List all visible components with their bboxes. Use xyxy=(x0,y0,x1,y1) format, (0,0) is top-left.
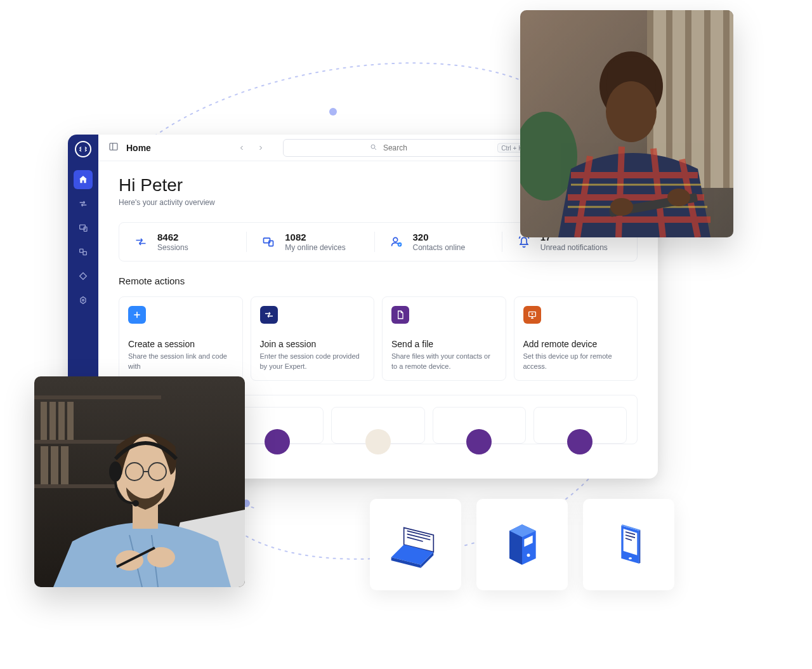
device-tile-phone[interactable] xyxy=(583,499,674,590)
svg-rect-2 xyxy=(80,249,83,252)
contact-card[interactable] xyxy=(433,407,526,444)
svg-point-45 xyxy=(610,198,633,216)
stat-devices[interactable]: 1082 My online devices xyxy=(246,232,374,252)
avatar xyxy=(466,429,492,454)
nav-back-button[interactable] xyxy=(235,141,249,155)
file-icon xyxy=(391,306,409,324)
stat-contacts[interactable]: 320 Contacts online xyxy=(374,232,502,252)
svg-rect-57 xyxy=(61,446,69,484)
svg-line-9 xyxy=(374,148,376,150)
svg-rect-56 xyxy=(51,446,58,484)
stat-value: 1082 xyxy=(285,232,345,243)
svg-rect-51 xyxy=(41,402,47,440)
card-desc: Share the session link and code with xyxy=(128,352,233,371)
svg-rect-54 xyxy=(67,402,74,440)
card-desc: Set this device up for remote access. xyxy=(523,352,629,371)
sidebar-item-settings[interactable] xyxy=(74,291,93,310)
device-tiles xyxy=(370,499,674,590)
card-join-session[interactable]: Join a session Enter the session code pr… xyxy=(251,296,375,381)
devices-icon xyxy=(259,233,277,251)
stat-label: Unread notifications xyxy=(540,243,608,252)
sidebar-item-tags[interactable] xyxy=(74,267,93,286)
stat-label: Sessions xyxy=(157,243,188,252)
device-tile-laptop[interactable] xyxy=(370,499,461,590)
svg-rect-55 xyxy=(41,446,48,484)
stat-label: My online devices xyxy=(285,243,345,252)
sidebar-item-devices[interactable] xyxy=(74,218,93,237)
phone-device-icon xyxy=(597,513,660,576)
sidebar-item-home[interactable] xyxy=(74,170,93,189)
svg-rect-6 xyxy=(110,143,117,150)
arrows-swap-icon xyxy=(132,233,150,251)
svg-point-21 xyxy=(527,553,530,557)
card-desc: Share files with your contacts or to a r… xyxy=(391,352,497,371)
search-input[interactable] xyxy=(283,139,530,157)
card-add-remote-device[interactable]: Add remote device Set this device up for… xyxy=(514,296,638,381)
remote-action-cards: Create a session Share the session link … xyxy=(119,296,638,381)
avatar xyxy=(265,429,290,454)
avatar xyxy=(365,429,391,454)
card-desc: Enter the session code provided by your … xyxy=(260,352,365,371)
nav-forward-button[interactable] xyxy=(254,141,268,155)
card-title: Send a file xyxy=(391,339,497,349)
stat-value: 320 xyxy=(413,232,466,243)
server-device-icon xyxy=(490,513,554,576)
card-title: Join a session xyxy=(260,339,365,349)
stat-value: 8462 xyxy=(157,232,188,243)
svg-point-63 xyxy=(109,461,122,482)
stat-sessions[interactable]: 8462 Sessions xyxy=(127,232,246,252)
avatar xyxy=(567,429,593,454)
svg-point-5 xyxy=(82,300,84,301)
svg-point-8 xyxy=(371,145,375,149)
svg-rect-30 xyxy=(704,10,710,188)
contact-card[interactable] xyxy=(331,407,424,444)
card-send-file[interactable]: Send a file Share files with your contac… xyxy=(382,296,506,381)
photo-user-tablet xyxy=(520,10,733,237)
search-icon xyxy=(370,142,377,154)
svg-line-39 xyxy=(619,147,622,237)
svg-point-34 xyxy=(606,81,657,142)
section-title-remote-actions: Remote actions xyxy=(119,275,638,286)
monitor-icon xyxy=(523,306,541,324)
photo-support-agent xyxy=(34,376,245,587)
contact-card[interactable] xyxy=(534,407,627,444)
panel-toggle-icon[interactable] xyxy=(108,142,119,154)
card-title: Create a session xyxy=(128,339,233,349)
user-check-icon xyxy=(388,233,405,251)
device-tile-server[interactable] xyxy=(476,499,568,590)
page-title: Home xyxy=(126,143,151,153)
svg-rect-52 xyxy=(49,402,56,440)
svg-marker-4 xyxy=(81,297,86,304)
svg-point-46 xyxy=(667,189,690,206)
card-title: Add remote device xyxy=(523,339,629,349)
svg-rect-48 xyxy=(34,395,161,399)
laptop-device-icon xyxy=(384,513,447,576)
sidebar-item-remote[interactable] xyxy=(74,194,93,213)
svg-rect-31 xyxy=(723,10,730,188)
search-field-wrap: Ctrl + K xyxy=(283,139,530,157)
arrows-swap-icon xyxy=(260,306,278,324)
svg-point-23 xyxy=(629,557,632,559)
app-logo[interactable] xyxy=(75,141,91,157)
svg-point-64 xyxy=(133,500,139,507)
stat-label: Contacts online xyxy=(413,243,466,252)
svg-rect-29 xyxy=(685,10,691,188)
nav-history xyxy=(235,141,268,155)
svg-point-12 xyxy=(393,238,398,242)
decorative-dot xyxy=(329,108,337,116)
svg-rect-3 xyxy=(83,251,86,255)
plus-icon xyxy=(128,306,146,324)
svg-rect-53 xyxy=(58,402,65,440)
sidebar-item-workflows[interactable] xyxy=(74,242,93,262)
card-create-session[interactable]: Create a session Share the session link … xyxy=(119,296,243,381)
